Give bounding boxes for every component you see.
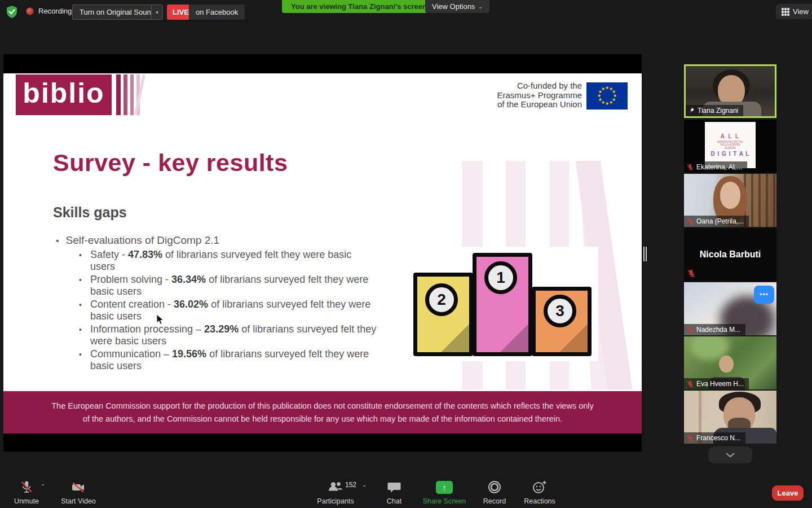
mouse-cursor: [156, 314, 166, 325]
muted-mic-icon: [687, 218, 694, 225]
record-icon: [487, 480, 502, 494]
bullet-item: Problem solving - 36.34% of librarians s…: [79, 274, 377, 297]
biblio-logo-text: biblio: [16, 75, 112, 115]
participant-name-tag: Ekaterina, AL...: [684, 161, 747, 173]
security-shield-icon[interactable]: [6, 5, 18, 19]
disclaimer-line-2: of the authors, and the Commission canno…: [3, 413, 642, 426]
muted-mic-icon: [687, 269, 695, 278]
podium-badge-1: 1: [484, 261, 517, 294]
shared-screen-slide: biblio Co-funded by the Erasmus+ Program…: [3, 54, 642, 452]
eu-funding-text: Co-funded by the Erasmus+ Programme of t…: [497, 81, 582, 110]
view-options-button[interactable]: View Options ⌄: [425, 0, 489, 13]
svg-text:★: ★: [605, 101, 609, 106]
participants-icon: [327, 480, 344, 494]
svg-text:★: ★: [609, 100, 613, 105]
muted-mic-icon: [19, 480, 34, 494]
participant-name-tag: Francesco N...: [684, 432, 745, 444]
leave-button[interactable]: Leave: [772, 485, 804, 501]
participant-name-tag: Tiana Zignani: [686, 105, 743, 116]
bullet-list: Safety - 47.83% of librarians surveyed f…: [79, 249, 377, 373]
eu-flag-icon: ★★★ ★★★ ★★★ ★★★: [586, 82, 628, 110]
viewing-screen-banner: You are viewing Tiana Zignani's screen: [282, 0, 436, 13]
participant-center-name: Nicola Barbuti: [684, 228, 776, 281]
collapse-tiles-button[interactable]: [708, 446, 752, 463]
slide-title: Survey - key results: [53, 149, 288, 177]
camera-off-icon: [70, 480, 86, 494]
participant-tile-tiana[interactable]: Tiana Zignani: [684, 64, 776, 118]
original-sound-button[interactable]: Turn on Original Sound: [72, 5, 162, 20]
more-options-button[interactable]: •••: [754, 286, 774, 304]
svg-text:★: ★: [601, 86, 605, 91]
panel-resize-handle[interactable]: [643, 247, 647, 261]
participant-name-tag: Oana (Petrila,...: [684, 216, 749, 227]
share-screen-icon: ↑: [436, 481, 453, 494]
participant-name-tag: Nadezhda M...: [684, 324, 745, 335]
muted-mic-icon: [687, 164, 694, 171]
slide-letterbox-bottom: [3, 433, 642, 452]
bullet-item: Safety - 47.83% of librarians surveyed f…: [79, 249, 377, 272]
reactions-button[interactable]: Reactions: [520, 480, 559, 505]
slide-section-heading: Skills gaps: [53, 204, 127, 221]
disclaimer-banner: The European Commission support for the …: [3, 391, 642, 433]
participant-tile-nadezhda[interactable]: ••• Nadezhda M...: [684, 282, 776, 335]
participant-tile-nicola[interactable]: Nicola Barbuti: [684, 228, 776, 281]
bullet-item: Content creation - 36.02% of librarians …: [79, 299, 377, 322]
podium-badge-2: 2: [425, 283, 458, 316]
participant-tile-eva[interactable]: Eva Hveem H...: [684, 336, 776, 389]
recording-dot-icon: [26, 7, 34, 15]
participant-tile-francesco[interactable]: Francesco N...: [684, 391, 776, 444]
audio-options-caret-icon[interactable]: ⌃: [41, 483, 45, 489]
muted-mic-icon: [687, 380, 694, 388]
start-video-button[interactable]: Start Video: [59, 480, 98, 505]
reactions-smiley-icon: [532, 480, 548, 494]
share-screen-button[interactable]: ↑ Share Screen: [422, 480, 467, 505]
recording-label: Recording: [38, 7, 72, 15]
muted-mic-icon: [687, 326, 694, 334]
podium-badge-3: 3: [544, 295, 576, 327]
disclaimer-line-1: The European Commission support for the …: [3, 400, 642, 413]
recording-indicator: Recording: [26, 7, 72, 15]
zoom-meeting-window: Recording Turn on Original Sound ▾ LIVE …: [0, 0, 812, 508]
bullet-item: Information processing – 23.29% of libra…: [79, 323, 377, 347]
unmute-button[interactable]: Unmute: [9, 480, 44, 505]
record-button[interactable]: Record: [477, 480, 512, 505]
participants-caret-icon[interactable]: ⌃: [362, 484, 367, 491]
chevron-down-icon: ⌄: [478, 4, 483, 10]
chat-button[interactable]: Chat: [379, 480, 409, 505]
participants-count: 152: [345, 481, 356, 489]
participant-name-tag: Eva Hveem H...: [684, 378, 749, 389]
pin-icon: [689, 107, 695, 114]
chevron-down-icon: [725, 452, 735, 458]
view-button[interactable]: View: [776, 4, 812, 19]
live-destination-label[interactable]: on Facebook: [189, 5, 245, 20]
bullet-main: Self-evaluations of DigComp 2.1: [56, 234, 219, 247]
slide-letterbox-top: [3, 54, 642, 73]
original-sound-caret-icon[interactable]: ▾: [151, 5, 163, 20]
chat-bubble-icon: [387, 480, 401, 494]
biblio-logo: biblio: [16, 75, 145, 115]
participant-tile-ekaterina[interactable]: A L L ENHANCING DIGITAL SKILLS ACROSS EU…: [684, 120, 776, 173]
bullet-item: Communication – 19.56% of librarians sur…: [79, 348, 377, 371]
grid-view-icon: [782, 8, 789, 16]
biblio-logo-bars: [116, 75, 145, 115]
participant-tile-oana[interactable]: Oana (Petrila,...: [684, 174, 776, 227]
muted-mic-icon: [687, 435, 694, 442]
